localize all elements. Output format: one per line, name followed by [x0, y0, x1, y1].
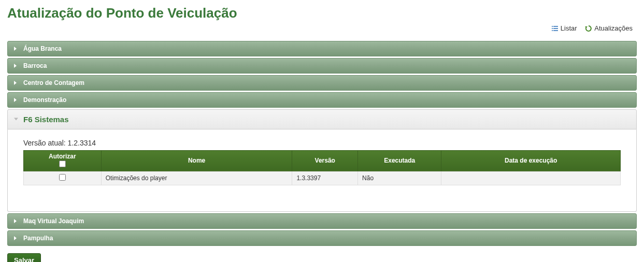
panel-pampulha[interactable]: Pampulha: [7, 230, 637, 246]
panel-label: Demonstração: [23, 96, 66, 104]
cell-data-exec: [441, 171, 621, 185]
panel-barroca[interactable]: Barroca: [7, 58, 637, 74]
svg-marker-6: [585, 26, 588, 28]
col-autorizar: Autorizar: [24, 150, 102, 171]
panel-agua-branca[interactable]: Água Branca: [7, 41, 637, 56]
col-executada: Executada: [358, 150, 441, 171]
svg-rect-5: [553, 30, 558, 31]
svg-rect-2: [552, 28, 553, 29]
version-current: Versão atual: 1.2.3314: [23, 139, 621, 147]
panel-label: Maq Virtual Joaquim: [23, 217, 84, 225]
triangle-right-icon: [14, 47, 17, 51]
svg-rect-0: [552, 26, 553, 27]
panel-label: Barroca: [23, 62, 47, 69]
panel-maq-virtual[interactable]: Maq Virtual Joaquim: [7, 213, 637, 229]
listar-label: Listar: [561, 24, 577, 32]
updates-table: Autorizar Nome Versão Executada Data de …: [23, 150, 621, 186]
col-label: Autorizar: [28, 153, 97, 161]
accordion: Água Branca Barroca Centro de Contagem D…: [7, 41, 637, 246]
svg-rect-4: [552, 30, 553, 31]
panel-demonstracao[interactable]: Demonstração: [7, 92, 637, 108]
cell-autorizar: [24, 171, 102, 185]
panel-f6-body: Versão atual: 1.2.3314 Autorizar Nome Ve…: [7, 129, 637, 212]
col-label: Executada: [362, 157, 437, 165]
col-label: Versão: [296, 157, 353, 165]
col-nome: Nome: [101, 150, 292, 171]
top-links: Listar Atualizações: [7, 24, 637, 34]
listar-link[interactable]: Listar: [551, 24, 577, 32]
triangle-down-icon: [14, 118, 18, 121]
triangle-right-icon: [14, 236, 17, 240]
list-icon: [551, 25, 559, 32]
cell-versao: 1.3.3397: [292, 171, 358, 185]
panel-label: Centro de Contagem: [23, 79, 84, 86]
refresh-icon: [585, 25, 592, 32]
col-data-exec: Data de execução: [441, 150, 621, 171]
triangle-right-icon: [14, 219, 17, 223]
col-label: Data de execução: [446, 157, 616, 165]
cell-executada: Não: [358, 171, 441, 185]
table-row: Otimizações do player 1.3.3397 Não: [24, 171, 621, 185]
col-label: Nome: [106, 157, 288, 165]
panel-label: Água Branca: [23, 45, 62, 52]
cell-nome: Otimizações do player: [101, 171, 292, 185]
atualizacoes-link[interactable]: Atualizações: [585, 24, 633, 32]
panel-f6-sistemas[interactable]: F6 Sistemas: [7, 109, 637, 129]
triangle-right-icon: [14, 64, 17, 68]
panel-centro-contagem[interactable]: Centro de Contagem: [7, 75, 637, 91]
authorize-row-checkbox[interactable]: [59, 174, 66, 181]
svg-rect-1: [553, 26, 558, 27]
svg-rect-3: [553, 28, 558, 29]
authorize-all-checkbox[interactable]: [59, 161, 66, 167]
col-versao: Versão: [292, 150, 358, 171]
page-title: Atualização do Ponto de Veiculação: [7, 5, 637, 21]
panel-label: F6 Sistemas: [23, 115, 69, 124]
triangle-right-icon: [14, 81, 17, 85]
atualizacoes-label: Atualizações: [594, 24, 633, 32]
save-button[interactable]: Salvar: [7, 253, 41, 262]
triangle-right-icon: [14, 98, 17, 102]
panel-label: Pampulha: [23, 235, 53, 242]
